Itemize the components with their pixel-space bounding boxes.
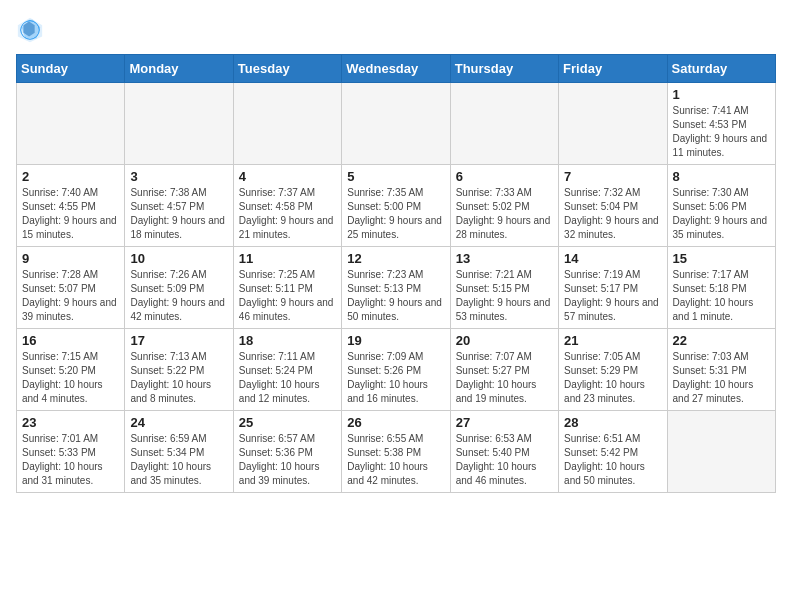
day-info: Sunrise: 7:15 AM Sunset: 5:20 PM Dayligh… — [22, 350, 119, 406]
day-number: 17 — [130, 333, 227, 348]
day-info: Sunrise: 6:59 AM Sunset: 5:34 PM Dayligh… — [130, 432, 227, 488]
day-info: Sunrise: 7:01 AM Sunset: 5:33 PM Dayligh… — [22, 432, 119, 488]
day-number: 22 — [673, 333, 770, 348]
day-number: 16 — [22, 333, 119, 348]
header-row: SundayMondayTuesdayWednesdayThursdayFrid… — [17, 55, 776, 83]
day-info: Sunrise: 7:13 AM Sunset: 5:22 PM Dayligh… — [130, 350, 227, 406]
day-info: Sunrise: 7:32 AM Sunset: 5:04 PM Dayligh… — [564, 186, 661, 242]
day-number: 4 — [239, 169, 336, 184]
calendar-cell — [233, 83, 341, 165]
day-info: Sunrise: 7:09 AM Sunset: 5:26 PM Dayligh… — [347, 350, 444, 406]
week-row-1: 2Sunrise: 7:40 AM Sunset: 4:55 PM Daylig… — [17, 165, 776, 247]
calendar-cell: 22Sunrise: 7:03 AM Sunset: 5:31 PM Dayli… — [667, 329, 775, 411]
calendar-cell: 19Sunrise: 7:09 AM Sunset: 5:26 PM Dayli… — [342, 329, 450, 411]
calendar-header: SundayMondayTuesdayWednesdayThursdayFrid… — [17, 55, 776, 83]
calendar-body: 1Sunrise: 7:41 AM Sunset: 4:53 PM Daylig… — [17, 83, 776, 493]
day-info: Sunrise: 7:28 AM Sunset: 5:07 PM Dayligh… — [22, 268, 119, 324]
calendar-cell: 21Sunrise: 7:05 AM Sunset: 5:29 PM Dayli… — [559, 329, 667, 411]
day-number: 24 — [130, 415, 227, 430]
day-number: 27 — [456, 415, 553, 430]
day-info: Sunrise: 7:38 AM Sunset: 4:57 PM Dayligh… — [130, 186, 227, 242]
day-info: Sunrise: 7:17 AM Sunset: 5:18 PM Dayligh… — [673, 268, 770, 324]
week-row-2: 9Sunrise: 7:28 AM Sunset: 5:07 PM Daylig… — [17, 247, 776, 329]
calendar-cell: 9Sunrise: 7:28 AM Sunset: 5:07 PM Daylig… — [17, 247, 125, 329]
week-row-3: 16Sunrise: 7:15 AM Sunset: 5:20 PM Dayli… — [17, 329, 776, 411]
calendar-cell: 25Sunrise: 6:57 AM Sunset: 5:36 PM Dayli… — [233, 411, 341, 493]
week-row-4: 23Sunrise: 7:01 AM Sunset: 5:33 PM Dayli… — [17, 411, 776, 493]
day-info: Sunrise: 7:21 AM Sunset: 5:15 PM Dayligh… — [456, 268, 553, 324]
day-number: 11 — [239, 251, 336, 266]
day-info: Sunrise: 7:19 AM Sunset: 5:17 PM Dayligh… — [564, 268, 661, 324]
day-number: 1 — [673, 87, 770, 102]
day-info: Sunrise: 7:07 AM Sunset: 5:27 PM Dayligh… — [456, 350, 553, 406]
day-number: 12 — [347, 251, 444, 266]
day-number: 15 — [673, 251, 770, 266]
day-number: 28 — [564, 415, 661, 430]
calendar-cell: 23Sunrise: 7:01 AM Sunset: 5:33 PM Dayli… — [17, 411, 125, 493]
calendar-cell: 8Sunrise: 7:30 AM Sunset: 5:06 PM Daylig… — [667, 165, 775, 247]
day-number: 26 — [347, 415, 444, 430]
day-number: 7 — [564, 169, 661, 184]
calendar-cell: 10Sunrise: 7:26 AM Sunset: 5:09 PM Dayli… — [125, 247, 233, 329]
calendar-cell — [125, 83, 233, 165]
calendar-cell: 4Sunrise: 7:37 AM Sunset: 4:58 PM Daylig… — [233, 165, 341, 247]
day-number: 6 — [456, 169, 553, 184]
logo — [16, 16, 46, 44]
calendar-cell: 12Sunrise: 7:23 AM Sunset: 5:13 PM Dayli… — [342, 247, 450, 329]
week-row-0: 1Sunrise: 7:41 AM Sunset: 4:53 PM Daylig… — [17, 83, 776, 165]
calendar-cell — [559, 83, 667, 165]
day-info: Sunrise: 7:26 AM Sunset: 5:09 PM Dayligh… — [130, 268, 227, 324]
day-number: 9 — [22, 251, 119, 266]
day-info: Sunrise: 6:55 AM Sunset: 5:38 PM Dayligh… — [347, 432, 444, 488]
calendar-table: SundayMondayTuesdayWednesdayThursdayFrid… — [16, 54, 776, 493]
day-info: Sunrise: 6:53 AM Sunset: 5:40 PM Dayligh… — [456, 432, 553, 488]
header-tuesday: Tuesday — [233, 55, 341, 83]
day-number: 25 — [239, 415, 336, 430]
day-number: 2 — [22, 169, 119, 184]
day-info: Sunrise: 7:03 AM Sunset: 5:31 PM Dayligh… — [673, 350, 770, 406]
calendar-cell: 17Sunrise: 7:13 AM Sunset: 5:22 PM Dayli… — [125, 329, 233, 411]
calendar-cell — [667, 411, 775, 493]
day-info: Sunrise: 7:37 AM Sunset: 4:58 PM Dayligh… — [239, 186, 336, 242]
calendar-cell: 14Sunrise: 7:19 AM Sunset: 5:17 PM Dayli… — [559, 247, 667, 329]
day-number: 3 — [130, 169, 227, 184]
day-info: Sunrise: 7:40 AM Sunset: 4:55 PM Dayligh… — [22, 186, 119, 242]
day-info: Sunrise: 7:25 AM Sunset: 5:11 PM Dayligh… — [239, 268, 336, 324]
header-friday: Friday — [559, 55, 667, 83]
calendar-cell — [17, 83, 125, 165]
day-number: 19 — [347, 333, 444, 348]
page-header — [16, 16, 776, 44]
calendar-cell: 2Sunrise: 7:40 AM Sunset: 4:55 PM Daylig… — [17, 165, 125, 247]
day-number: 13 — [456, 251, 553, 266]
day-number: 5 — [347, 169, 444, 184]
calendar-cell: 20Sunrise: 7:07 AM Sunset: 5:27 PM Dayli… — [450, 329, 558, 411]
day-number: 18 — [239, 333, 336, 348]
day-info: Sunrise: 6:51 AM Sunset: 5:42 PM Dayligh… — [564, 432, 661, 488]
calendar-cell: 6Sunrise: 7:33 AM Sunset: 5:02 PM Daylig… — [450, 165, 558, 247]
calendar-cell: 3Sunrise: 7:38 AM Sunset: 4:57 PM Daylig… — [125, 165, 233, 247]
day-info: Sunrise: 7:41 AM Sunset: 4:53 PM Dayligh… — [673, 104, 770, 160]
header-thursday: Thursday — [450, 55, 558, 83]
day-number: 21 — [564, 333, 661, 348]
calendar-cell: 27Sunrise: 6:53 AM Sunset: 5:40 PM Dayli… — [450, 411, 558, 493]
calendar-cell: 28Sunrise: 6:51 AM Sunset: 5:42 PM Dayli… — [559, 411, 667, 493]
day-info: Sunrise: 7:35 AM Sunset: 5:00 PM Dayligh… — [347, 186, 444, 242]
calendar-cell: 5Sunrise: 7:35 AM Sunset: 5:00 PM Daylig… — [342, 165, 450, 247]
logo-icon — [16, 16, 44, 44]
calendar-cell: 1Sunrise: 7:41 AM Sunset: 4:53 PM Daylig… — [667, 83, 775, 165]
header-sunday: Sunday — [17, 55, 125, 83]
day-number: 10 — [130, 251, 227, 266]
day-info: Sunrise: 7:11 AM Sunset: 5:24 PM Dayligh… — [239, 350, 336, 406]
day-number: 8 — [673, 169, 770, 184]
calendar-cell: 7Sunrise: 7:32 AM Sunset: 5:04 PM Daylig… — [559, 165, 667, 247]
calendar-cell — [450, 83, 558, 165]
day-info: Sunrise: 7:30 AM Sunset: 5:06 PM Dayligh… — [673, 186, 770, 242]
header-monday: Monday — [125, 55, 233, 83]
calendar-cell: 15Sunrise: 7:17 AM Sunset: 5:18 PM Dayli… — [667, 247, 775, 329]
calendar-cell: 26Sunrise: 6:55 AM Sunset: 5:38 PM Dayli… — [342, 411, 450, 493]
calendar-cell: 11Sunrise: 7:25 AM Sunset: 5:11 PM Dayli… — [233, 247, 341, 329]
day-number: 23 — [22, 415, 119, 430]
day-info: Sunrise: 7:33 AM Sunset: 5:02 PM Dayligh… — [456, 186, 553, 242]
header-wednesday: Wednesday — [342, 55, 450, 83]
day-info: Sunrise: 6:57 AM Sunset: 5:36 PM Dayligh… — [239, 432, 336, 488]
